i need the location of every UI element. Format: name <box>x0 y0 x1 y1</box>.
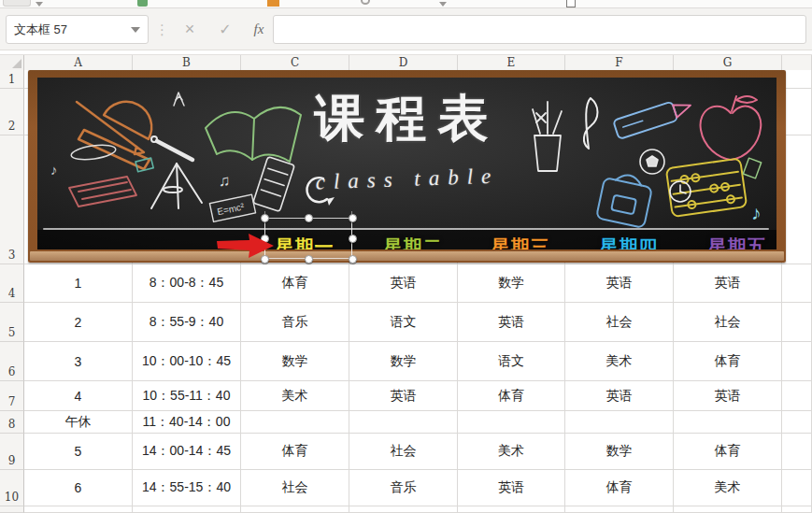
cell[interactable]: 美术 <box>458 434 565 470</box>
fill-color-fragment[interactable] <box>267 0 279 7</box>
cell[interactable]: 体育 <box>565 470 674 506</box>
row-header-1[interactable]: 1 <box>0 70 24 89</box>
cell[interactable]: 数学 <box>241 342 349 381</box>
row-header-2[interactable]: 2 <box>0 89 24 135</box>
cell[interactable]: 数学 <box>565 434 674 470</box>
cell[interactable] <box>458 506 565 513</box>
textbox-selection[interactable] <box>264 218 352 259</box>
cell[interactable]: 美术 <box>565 342 674 381</box>
cell[interactable] <box>565 411 674 434</box>
row-header-11[interactable] <box>0 506 24 513</box>
selection-handle[interactable] <box>305 255 313 264</box>
row-header-5[interactable]: 5 <box>0 303 24 342</box>
cell[interactable]: 英语 <box>565 381 674 411</box>
shape-circle-fragment[interactable] <box>361 0 370 5</box>
day-label-2[interactable]: 星期二 <box>362 235 464 249</box>
cell[interactable]: 体育 <box>241 434 349 470</box>
cell[interactable]: 英语 <box>349 264 458 303</box>
cell[interactable]: 体育 <box>674 434 782 470</box>
cell[interactable]: 8：55-9：40 <box>133 303 241 342</box>
select-all-corner[interactable] <box>0 55 24 71</box>
cell[interactable]: 8：00-8：45 <box>133 264 241 303</box>
cell[interactable] <box>782 506 812 513</box>
cell[interactable]: 1 <box>24 264 133 303</box>
cell[interactable]: 语文 <box>349 303 458 342</box>
cell[interactable]: 英语 <box>674 264 782 303</box>
selection-handle[interactable] <box>305 214 313 222</box>
cell[interactable]: 6 <box>24 470 133 506</box>
cell[interactable] <box>674 411 782 434</box>
cell[interactable] <box>458 411 565 434</box>
cell[interactable] <box>24 506 133 513</box>
row-header-6[interactable]: 6 <box>0 342 24 381</box>
cell[interactable]: 数学 <box>349 342 458 381</box>
column-header-B[interactable]: B <box>133 55 241 71</box>
cell[interactable]: 社会 <box>241 470 349 506</box>
selection-handle[interactable] <box>349 214 357 222</box>
row-header-8[interactable]: 8 <box>0 411 24 434</box>
cell[interactable]: 音乐 <box>241 303 349 342</box>
enter-icon[interactable]: ✓ <box>211 15 239 44</box>
cell[interactable] <box>782 89 812 135</box>
cell[interactable]: 社会 <box>565 303 674 342</box>
cell[interactable]: 4 <box>24 381 133 411</box>
cell[interactable]: 体育 <box>458 381 565 411</box>
cell[interactable]: 英语 <box>565 264 674 303</box>
row-header-3[interactable]: 3 <box>0 135 24 264</box>
cell[interactable]: 体育 <box>241 264 349 303</box>
column-header-D[interactable]: D <box>349 55 458 71</box>
cell[interactable] <box>782 264 812 303</box>
cell[interactable]: 音乐 <box>349 470 458 506</box>
cell[interactable] <box>349 411 458 434</box>
cell[interactable]: 语文 <box>458 342 565 381</box>
cell[interactable]: 英语 <box>674 381 782 411</box>
cell[interactable] <box>782 135 812 264</box>
function-icon[interactable]: fx <box>245 15 273 44</box>
formula-input[interactable] <box>273 15 806 44</box>
column-header-E[interactable]: E <box>458 55 565 71</box>
cell[interactable]: 10：55-11：40 <box>133 381 241 411</box>
selection-handle[interactable] <box>349 235 357 243</box>
cell[interactable] <box>241 506 349 513</box>
row-header-7[interactable]: 7 <box>0 381 24 411</box>
cell[interactable] <box>349 506 458 513</box>
cell[interactable]: 11：40-14：00 <box>133 411 241 434</box>
cell[interactable]: 10：00-10：45 <box>133 342 241 381</box>
cell[interactable]: 英语 <box>349 381 458 411</box>
cell[interactable]: 英语 <box>458 470 565 506</box>
chevron-down-icon[interactable] <box>131 27 140 33</box>
cell[interactable] <box>782 470 812 506</box>
cell[interactable] <box>782 342 812 381</box>
cell[interactable]: 体育 <box>674 342 782 381</box>
cell[interactable]: 14：55-15：40 <box>133 470 241 506</box>
cell[interactable] <box>782 303 812 342</box>
cell[interactable] <box>565 506 674 513</box>
column-header-partial[interactable] <box>782 55 812 71</box>
cell[interactable]: 社会 <box>674 303 782 342</box>
cell[interactable]: 14：00-14：45 <box>133 434 241 470</box>
cell[interactable] <box>782 434 812 470</box>
cell[interactable]: 美术 <box>241 381 349 411</box>
row-header-10[interactable]: 10 <box>0 470 24 506</box>
cell[interactable] <box>782 411 812 434</box>
column-header-G[interactable]: G <box>674 55 782 71</box>
shape-square-fragment[interactable] <box>566 0 576 7</box>
cell[interactable]: 英语 <box>458 303 565 342</box>
chevron-down-icon[interactable] <box>439 2 447 7</box>
name-box[interactable]: 文本框 57 <box>6 15 149 44</box>
selection-handle[interactable] <box>349 255 357 264</box>
red-arrow-icon[interactable] <box>216 231 276 261</box>
day-label-4[interactable]: 星期四 <box>577 235 680 249</box>
column-header-A[interactable]: A <box>24 55 133 71</box>
row-header-4[interactable]: 4 <box>0 264 24 303</box>
chevron-down-icon[interactable] <box>36 2 43 7</box>
selection-handle[interactable] <box>261 214 269 222</box>
day-label-3[interactable]: 星期三 <box>469 235 572 249</box>
cell[interactable] <box>241 411 349 434</box>
blackboard-image[interactable]: ♪ <box>28 70 786 263</box>
column-header-F[interactable]: F <box>565 55 674 71</box>
cell[interactable]: 美术 <box>674 470 782 506</box>
day-label-5[interactable]: 星期五 <box>686 235 776 249</box>
row-header-9[interactable]: 9 <box>0 434 24 470</box>
cell[interactable]: 午休 <box>24 411 133 434</box>
